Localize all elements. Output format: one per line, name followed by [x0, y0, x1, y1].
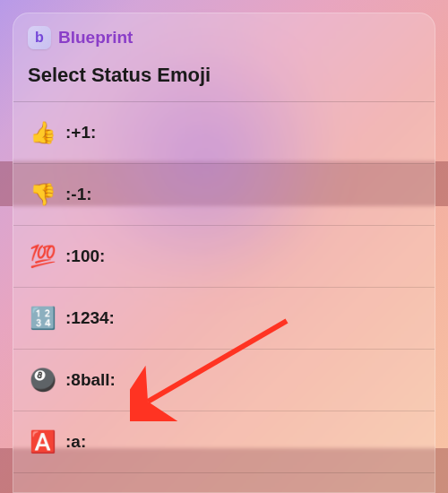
emoji-row-plus1[interactable]: 👍 :+1:: [13, 102, 435, 164]
app-icon: b: [28, 26, 51, 49]
emoji-code: :a:: [65, 432, 86, 452]
emoji-code: :8ball:: [65, 370, 116, 390]
emoji-row-1234[interactable]: 🔢 :1234:: [13, 288, 435, 350]
emoji-list: 👍 :+1: 👎 :-1: 💯 :100: 🔢 :1234: 🎱 :8ball:…: [13, 102, 435, 473]
emoji-picker-panel: b Blueprint Select Status Emoji 👍 :+1: 👎…: [13, 13, 435, 493]
page-title: Select Status Emoji: [13, 58, 435, 101]
thumbs-down-icon: 👎: [30, 182, 56, 207]
app-name: Blueprint: [58, 28, 133, 48]
numbers-icon: 🔢: [30, 306, 56, 331]
thumbs-up-icon: 👍: [30, 120, 56, 145]
hundred-icon: 💯: [30, 244, 56, 269]
emoji-code: :1234:: [65, 308, 115, 328]
eight-ball-icon: 🎱: [30, 368, 56, 393]
emoji-row-a[interactable]: 🅰️ :a:: [13, 411, 435, 473]
letter-a-icon: 🅰️: [30, 429, 56, 454]
emoji-code: :-1:: [65, 185, 92, 204]
emoji-row-minus1[interactable]: 👎 :-1:: [13, 164, 435, 226]
emoji-code: :+1:: [65, 123, 96, 143]
emoji-row-100[interactable]: 💯 :100:: [13, 226, 435, 288]
emoji-row-8ball[interactable]: 🎱 :8ball:: [13, 350, 435, 411]
panel-header: b Blueprint: [13, 13, 435, 58]
emoji-code: :100:: [65, 246, 105, 266]
